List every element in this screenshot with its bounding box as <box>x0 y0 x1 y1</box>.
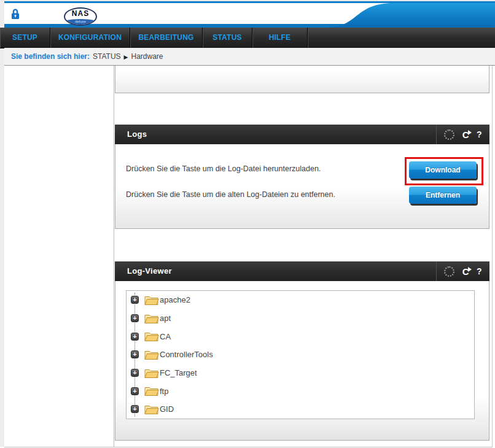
busy-spinner-icon <box>444 129 454 140</box>
tree-item-apt[interactable]: + apt <box>127 309 474 328</box>
content-area: Logs C ? Drücken Sie die Taste um die Lo… <box>4 66 492 447</box>
logs-panel: Logs C ? Drücken Sie die Taste um die Lo… <box>115 125 489 229</box>
help-icon[interactable]: ? <box>477 129 482 139</box>
nav-item-status[interactable]: STATUS <box>203 28 252 48</box>
folder-label: FC_Target <box>160 368 197 377</box>
remove-instruction-text: Drücken Sie die Taste um die alten Log-D… <box>126 190 335 199</box>
nav-filler <box>308 28 495 48</box>
folder-label: apt <box>160 314 171 323</box>
help-icon[interactable]: ? <box>477 266 482 276</box>
logs-panel-body: Drücken Sie die Taste um die Log-Datei h… <box>115 144 489 229</box>
nas-deluxe-logo: NAS deluxe <box>64 7 97 26</box>
folder-label: ftp <box>160 387 168 396</box>
folder-icon <box>144 331 159 342</box>
expand-plus-icon[interactable]: + <box>131 350 139 358</box>
page-right-border <box>492 48 493 447</box>
folder-icon <box>144 368 159 379</box>
breadcrumb-separator-icon: ▶ <box>124 54 128 60</box>
logo-text: NAS <box>65 10 96 17</box>
expand-plus-icon[interactable]: + <box>131 333 139 341</box>
main-nav: SETUP KONFIGURATION BEARBEITUNG STATUS H… <box>0 28 495 48</box>
folder-icon <box>144 385 159 396</box>
nav-item-bearbeitung[interactable]: BEARBEITUNG <box>130 28 203 48</box>
download-instruction-text: Drücken Sie die Taste um die Log-Datei h… <box>126 164 321 173</box>
logs-panel-header-icons: C ? <box>436 125 489 144</box>
logo-subtext: deluxe <box>64 20 97 23</box>
tree-item-gid[interactable]: + GID <box>127 400 474 419</box>
breadcrumb-item-status[interactable]: STATUS <box>93 52 121 61</box>
previous-panel-partial <box>115 66 489 93</box>
busy-spinner-icon <box>444 266 454 277</box>
nav-item-konfiguration[interactable]: KONFIGURATION <box>50 28 130 48</box>
log-viewer-panel-header: Log-Viewer C ? <box>115 261 489 281</box>
log-viewer-panel-header-icons: C ? <box>436 261 489 281</box>
folder-label: ControllerTools <box>160 350 213 359</box>
refresh-icon[interactable]: C <box>462 130 469 139</box>
expand-plus-icon[interactable]: + <box>131 314 139 322</box>
header: NAS deluxe <box>4 1 495 28</box>
nav-item-setup[interactable]: SETUP <box>0 28 50 48</box>
log-viewer-panel: Log-Viewer C ? + apache2 + <box>115 261 489 441</box>
lock-icon[interactable] <box>11 8 20 20</box>
log-viewer-panel-body: + apache2 + apt + <box>115 281 489 441</box>
breadcrumb-label: Sie befinden sich hier: <box>11 52 90 61</box>
folder-icon <box>144 313 159 324</box>
breadcrumb: Sie befinden sich hier:STATUS▶Hardware <box>4 48 495 66</box>
download-button[interactable]: Download <box>409 161 477 179</box>
folder-icon <box>144 295 159 306</box>
tree-item-controllertools[interactable]: + ControllerTools <box>127 346 474 364</box>
log-folder-tree: + apache2 + apt + <box>126 290 475 419</box>
folder-label: CA <box>160 332 171 341</box>
folder-label: apache2 <box>160 295 190 304</box>
logs-panel-header: Logs C ? <box>115 125 489 144</box>
tree-item-ca[interactable]: + CA <box>127 327 474 346</box>
page-bottom-border <box>4 447 493 447</box>
expand-plus-icon[interactable]: + <box>131 405 139 413</box>
folder-icon <box>144 349 159 360</box>
expand-plus-icon[interactable]: + <box>131 296 139 304</box>
logs-panel-title: Logs <box>115 125 489 144</box>
refresh-icon[interactable]: C <box>462 267 469 276</box>
folder-icon <box>144 404 159 415</box>
tree-item-ftp[interactable]: + ftp <box>127 382 474 400</box>
tree-item-fc-target[interactable]: + FC_Target <box>127 364 474 382</box>
tree-item-apache2[interactable]: + apache2 <box>127 291 474 309</box>
folder-label: GID <box>160 404 174 414</box>
nav-item-hilfe[interactable]: HILFE <box>252 28 308 48</box>
log-viewer-panel-title: Log-Viewer <box>115 261 489 281</box>
breadcrumb-item-hardware: Hardware <box>131 52 163 61</box>
expand-plus-icon[interactable]: + <box>131 369 139 377</box>
remove-button[interactable]: Entfernen <box>409 187 477 204</box>
header-swoosh-graphic <box>311 1 495 28</box>
expand-plus-icon[interactable]: + <box>131 387 139 395</box>
sidebar-divider <box>114 66 114 447</box>
